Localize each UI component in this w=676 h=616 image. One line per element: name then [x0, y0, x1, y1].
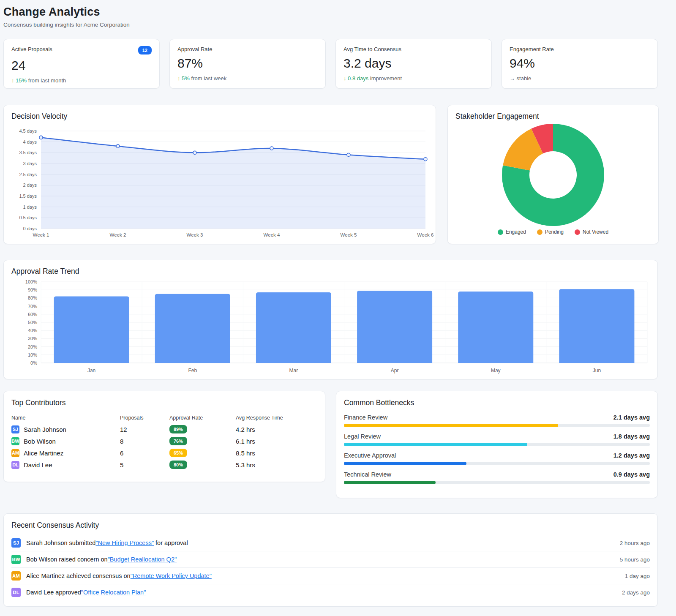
progress-fill [344, 462, 466, 465]
decision-velocity-card: Decision Velocity 4.5 days4 days3.5 days… [3, 105, 436, 244]
activity-row: BWBob Wilson raised concern on"Budget Re… [11, 551, 650, 568]
contributor-name: Sarah Johnson [24, 426, 66, 433]
svg-text:Feb: Feb [188, 368, 197, 373]
contributor-response-time: 4.2 hrs [236, 426, 317, 433]
legend-item: Not Viewed [575, 229, 608, 235]
svg-text:10%: 10% [28, 352, 37, 357]
svg-text:80%: 80% [28, 295, 37, 300]
bottleneck-value: 1.2 days avg [613, 452, 650, 459]
avatar: AM [11, 571, 21, 581]
tables-row: Top Contributors NameProposalsApproval R… [3, 391, 658, 498]
stat-delta: ↑ 15% from last month [11, 77, 152, 84]
engagement-donut-chart [501, 123, 605, 227]
recent-activity-card: Recent Consensus Activity SJSarah Johnso… [3, 513, 658, 607]
bottleneck-item: Executive Approval1.2 days avg [344, 452, 650, 465]
activity-text: David Lee approved"Office Relocation Pla… [26, 589, 615, 596]
stat-card-4: Engagement Rate94%→ stable [502, 39, 658, 89]
svg-text:4.5 days: 4.5 days [19, 128, 37, 134]
bar-mar [256, 292, 331, 363]
contributors-table: NameProposalsApproval RateAvg Response T… [11, 415, 317, 471]
contributor-proposals: 6 [120, 450, 169, 457]
avatar: SJ [11, 425, 19, 433]
contributor-name-cell: AMAlice Martinez [11, 449, 120, 457]
stat-label: Approval Rate [177, 46, 212, 52]
contributor-approval-cell: 65% [169, 449, 236, 457]
donut-chart-svg [501, 123, 605, 227]
stat-delta-change: ↑ 15% [11, 77, 27, 84]
svg-text:Week 4: Week 4 [264, 232, 280, 237]
contributor-approval-cell: 76% [169, 437, 236, 445]
stat-card-header: Approval Rate [177, 46, 318, 52]
svg-text:3.5 days: 3.5 days [19, 150, 37, 155]
stat-delta-caption: improvement [368, 75, 402, 82]
bar-jan [54, 297, 129, 363]
stat-delta-caption: from last month [27, 77, 66, 84]
bottleneck-labels: Executive Approval1.2 days avg [344, 452, 650, 459]
svg-text:2 days: 2 days [23, 183, 37, 188]
contributor-name-cell: BWBob Wilson [11, 437, 120, 445]
svg-text:Week 6: Week 6 [417, 232, 434, 237]
column-header: Name [11, 415, 120, 421]
approval-rate-badge: 76% [169, 437, 187, 445]
svg-text:Jan: Jan [87, 368, 95, 373]
svg-text:1 days: 1 days [23, 204, 37, 210]
approval-rate-badge: 65% [169, 449, 187, 457]
bottleneck-labels: Finance Review2.1 days avg [344, 414, 650, 421]
activity-text-before: Alice Martinez achieved consensus on [26, 572, 131, 579]
contributor-name: Alice Martinez [24, 450, 63, 457]
decision-velocity-chart: 4.5 days4 days3.5 days3 days2.5 days2 da… [11, 126, 428, 238]
stat-label: Avg Time to Consensus [343, 46, 401, 52]
contributor-row: DLDavid Lee580%5.3 hrs [11, 459, 317, 471]
contributor-name-cell: SJSarah Johnson [11, 425, 120, 433]
svg-text:Jun: Jun [593, 368, 601, 373]
stat-value: 87% [177, 56, 318, 71]
activity-text: Alice Martinez achieved consensus on"Rem… [26, 572, 618, 579]
progress-track [344, 424, 650, 427]
stakeholder-engagement-card: Stakeholder Engagement EngagedPendingNot… [447, 105, 659, 244]
progress-fill [344, 481, 436, 484]
avatar: BW [11, 437, 19, 445]
progress-fill [344, 424, 558, 427]
activity-row: SJSarah Johnson submitted"New Hiring Pro… [11, 535, 650, 551]
legend-label: Pending [545, 229, 564, 235]
proposal-link[interactable]: "Budget Reallocation Q2" [108, 556, 177, 563]
svg-text:40%: 40% [28, 328, 37, 333]
proposal-link[interactable]: "New Hiring Process" [95, 540, 154, 546]
avatar: AM [11, 449, 19, 457]
contributor-response-time: 5.3 hrs [236, 461, 317, 469]
column-header: Approval Rate [169, 415, 236, 421]
stat-delta-caption: from last week [190, 75, 226, 82]
stat-card-2: Approval Rate87%↑ 5% from last week [169, 39, 326, 89]
svg-text:2.5 days: 2.5 days [19, 172, 37, 177]
legend-label: Engaged [506, 229, 526, 235]
activity-text-after: for approval [154, 540, 188, 546]
bottleneck-label: Technical Review [344, 471, 391, 478]
avatar: DL [11, 588, 21, 597]
avatar: SJ [11, 538, 21, 548]
legend-item: Pending [537, 229, 564, 235]
bottleneck-value: 1.8 days avg [613, 433, 650, 440]
legend-dot [575, 229, 580, 235]
activity-text-before: Sarah Johnson submitted [26, 540, 95, 546]
svg-text:50%: 50% [28, 320, 37, 325]
contributor-name: Bob Wilson [24, 438, 56, 445]
bottleneck-label: Executive Approval [344, 452, 396, 459]
svg-text:Week 1: Week 1 [33, 232, 49, 237]
approval-rate-badge: 89% [169, 425, 187, 433]
svg-text:60%: 60% [28, 312, 37, 317]
bottleneck-label: Finance Review [344, 414, 387, 421]
svg-text:4 days: 4 days [23, 139, 37, 144]
progress-track [344, 481, 650, 484]
legend-dot [498, 229, 503, 235]
proposal-link[interactable]: "Remote Work Policy Update" [131, 572, 212, 579]
stat-delta: ↑ 5% from last week [177, 75, 318, 82]
contributor-proposals: 5 [120, 461, 169, 469]
contributor-proposals: 12 [120, 426, 169, 433]
activity-row: AMAlice Martinez achieved consensus on"R… [11, 568, 650, 584]
stat-delta: → stable [510, 75, 650, 82]
svg-text:70%: 70% [28, 304, 37, 309]
approval-rate-trend-title: Approval Rate Trend [11, 267, 650, 276]
activity-row: DLDavid Lee approved"Office Relocation P… [11, 584, 650, 600]
proposal-link[interactable]: "Office Relocation Plan" [81, 589, 146, 596]
svg-text:90%: 90% [28, 287, 37, 292]
